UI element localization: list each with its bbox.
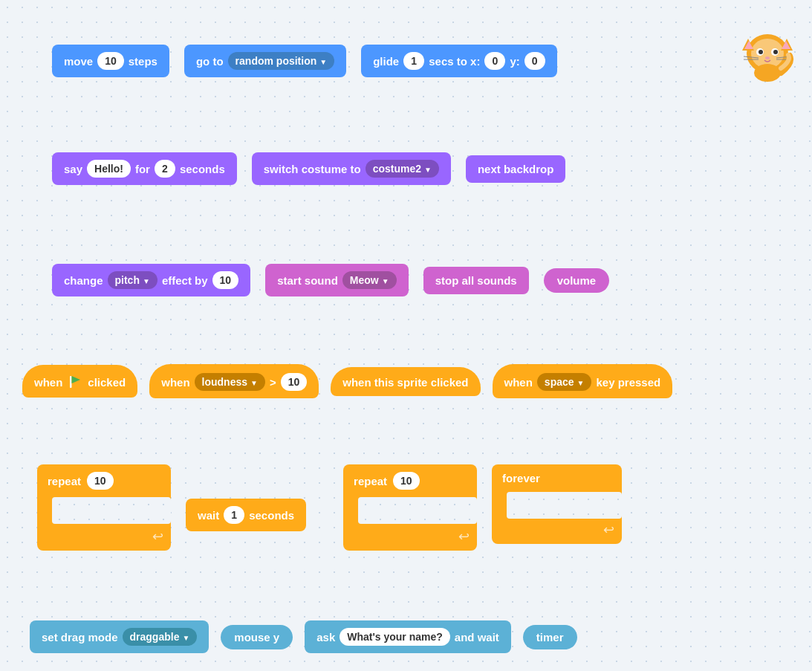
flag-clicked-suffix: clicked	[88, 376, 126, 389]
repeat1-bottom: ↩	[37, 524, 171, 551]
sprite-clicked-label: when this sprite clicked	[342, 376, 468, 389]
repeat1-value[interactable]: 10	[87, 472, 114, 490]
loudness-op: >	[270, 376, 276, 389]
repeat2-value[interactable]: 10	[393, 472, 420, 490]
when-sprite-clicked-block[interactable]: when this sprite clicked	[331, 367, 480, 396]
scratch-cat-logo	[738, 22, 790, 74]
switch-costume-label: switch costume to	[264, 163, 361, 175]
svg-point-8	[759, 50, 763, 54]
glide-block[interactable]: glide 1 secs to x: 0 y: 0	[361, 45, 557, 77]
svg-point-10	[765, 56, 770, 59]
wait-block[interactable]: wait 1 seconds	[186, 499, 306, 531]
key-suffix: key pressed	[596, 376, 660, 389]
effect-mid: effect by	[162, 274, 208, 287]
mouse-y-reporter[interactable]: mouse y	[221, 625, 293, 649]
say-suffix: seconds	[180, 163, 225, 175]
costume-chevron-icon	[424, 163, 432, 175]
when-flag-clicked-block[interactable]: when clicked	[22, 365, 137, 398]
repeat1-notch	[52, 497, 171, 524]
switch-costume-block[interactable]: switch costume to costume2	[252, 152, 451, 185]
drag-chevron-icon	[182, 631, 189, 643]
repeat2-bottom: ↩	[343, 524, 477, 551]
forever-block[interactable]: forever ↩	[492, 464, 622, 544]
glide-value3[interactable]: 0	[524, 52, 545, 70]
key-chevron-icon	[577, 376, 585, 388]
flag-icon	[67, 374, 83, 390]
set-drag-mode-block[interactable]: set drag mode draggable	[30, 620, 209, 653]
loudness-when: when	[161, 376, 189, 389]
loudness-dropdown[interactable]: loudness	[195, 373, 265, 391]
timer-label: timer	[536, 631, 564, 644]
timer-reporter[interactable]: timer	[523, 625, 577, 649]
sound-dropdown[interactable]: Meow	[342, 271, 397, 289]
repeat-block-2[interactable]: repeat 10 ↩	[343, 464, 477, 551]
when-loudness-block[interactable]: when loudness > 10	[149, 364, 319, 398]
effect-chevron-icon	[143, 274, 150, 286]
move-value[interactable]: 10	[97, 52, 124, 70]
glide-value2[interactable]: 0	[484, 52, 505, 70]
glide-ysep: y:	[510, 55, 519, 68]
glide-label: glide	[373, 55, 399, 68]
forever-label: forever	[502, 472, 540, 484]
repeat1-label: repeat	[48, 475, 81, 487]
goto-dropdown[interactable]: random position	[228, 52, 335, 70]
repeat1-loop-icon: ↩	[152, 528, 163, 545]
glide-value1[interactable]: 1	[403, 52, 424, 70]
repeat2-notch	[358, 497, 477, 524]
glide-mid: secs to x:	[429, 55, 480, 68]
costume-dropdown[interactable]: costume2	[366, 160, 439, 178]
ask-suffix: and wait	[455, 631, 499, 644]
move-block[interactable]: move 10 steps	[52, 45, 169, 77]
effect-dropdown[interactable]: pitch	[108, 271, 157, 289]
next-backdrop-block[interactable]: next backdrop	[466, 155, 566, 183]
forever-bottom: ↩	[492, 519, 622, 544]
wait-value[interactable]: 1	[224, 506, 244, 524]
when-flag-label: when	[34, 376, 62, 389]
repeat2-label: repeat	[354, 475, 387, 487]
say-label: say	[64, 163, 82, 175]
repeat2-loop-icon: ↩	[458, 528, 470, 545]
svg-rect-16	[70, 376, 72, 388]
ask-value[interactable]: What's your name?	[340, 628, 450, 646]
move-label: move	[64, 55, 93, 68]
repeat-block-1[interactable]: repeat 10 ↩	[37, 464, 171, 551]
when-key-pressed-block[interactable]: when space key pressed	[493, 364, 673, 398]
wait-suffix: seconds	[249, 509, 294, 522]
forever-notch	[507, 492, 622, 519]
ask-label: ask	[316, 631, 335, 644]
volume-label: volume	[557, 274, 597, 287]
start-sound-block[interactable]: start sound Meow	[265, 264, 408, 296]
effect-value[interactable]: 10	[212, 271, 239, 289]
forever-loop-icon: ↩	[603, 522, 614, 538]
svg-point-15	[754, 64, 781, 82]
drag-dropdown[interactable]: draggable	[123, 628, 198, 646]
say-value[interactable]: Hello!	[87, 160, 131, 178]
goto-chevron-icon	[319, 55, 327, 67]
key-when: when	[504, 376, 533, 389]
key-dropdown[interactable]: space	[537, 373, 592, 391]
stop-sounds-label: stop all sounds	[435, 274, 517, 287]
say-mid: for	[135, 163, 150, 175]
goto-block[interactable]: go to random position	[184, 45, 346, 77]
svg-point-9	[773, 50, 778, 54]
say-block[interactable]: say Hello! for 2 seconds	[52, 152, 237, 185]
sound-chevron-icon	[382, 274, 389, 286]
loudness-chevron-icon	[250, 376, 258, 388]
change-effect-block[interactable]: change pitch effect by 10	[52, 264, 250, 296]
change-label: change	[64, 274, 103, 287]
ask-block[interactable]: ask What's your name? and wait	[305, 620, 511, 653]
mouse-y-label: mouse y	[234, 631, 279, 644]
svg-marker-17	[72, 376, 81, 383]
loudness-value[interactable]: 10	[281, 373, 308, 391]
drag-mode-label: set drag mode	[42, 631, 118, 644]
wait-label: wait	[198, 509, 219, 522]
say-value2[interactable]: 2	[155, 160, 175, 178]
move-suffix: steps	[129, 55, 157, 68]
goto-label: go to	[196, 55, 224, 68]
volume-reporter[interactable]: volume	[544, 268, 610, 293]
start-sound-label: start sound	[277, 274, 338, 287]
next-backdrop-label: next backdrop	[478, 163, 554, 175]
stop-all-sounds-block[interactable]: stop all sounds	[423, 267, 529, 294]
